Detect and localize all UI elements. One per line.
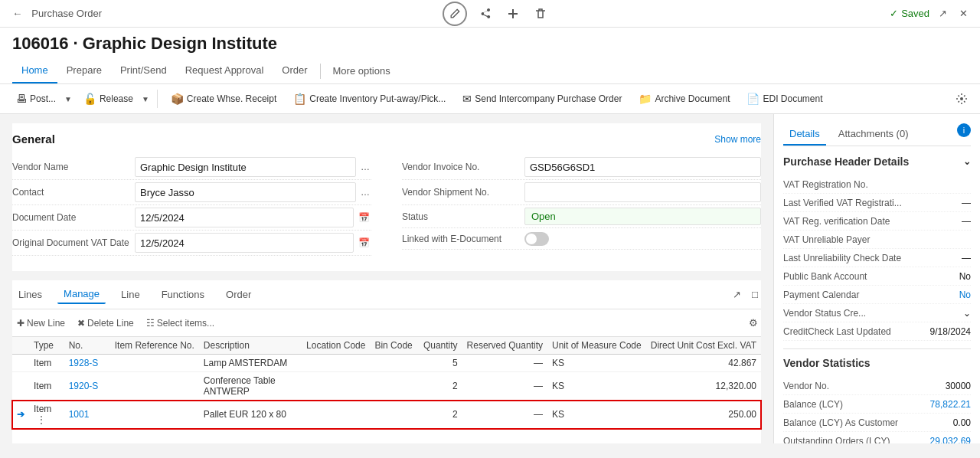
post-button[interactable]: 🖶 Post... [9, 89, 63, 109]
row2-uom[interactable]: KS [547, 372, 646, 401]
vendor-shipment-input[interactable] [524, 182, 761, 202]
row2-location[interactable] [302, 372, 370, 401]
row3-itemref[interactable] [110, 401, 199, 429]
tab-home[interactable]: Home [12, 58, 57, 83]
row3-uom[interactable]: KS [547, 401, 646, 429]
sidebar-label-6: Payment Calendar [783, 290, 859, 300]
expand-icon[interactable]: ↗ [936, 5, 950, 22]
original-doc-date-value: 📅 [135, 233, 371, 253]
row2-unitcost[interactable]: 12,320.00 [646, 372, 761, 401]
stat-value-1[interactable]: 78,822.21 [930, 399, 971, 410]
row2-type[interactable]: Item [29, 372, 64, 401]
edi-document-button[interactable]: 📄 EDI Document [740, 89, 829, 109]
sidebar-value-6[interactable]: No [959, 290, 971, 300]
row3-no[interactable]: 1001 [64, 401, 110, 429]
sidebar-field-7: Vendor Status Cre... ⌄ [783, 304, 971, 322]
toolbar-settings-icon[interactable] [952, 90, 971, 108]
release-caret[interactable]: ▼ [140, 92, 151, 106]
sidebar-label-3: VAT Unreliable Payer [783, 234, 870, 245]
send-intercompany-button[interactable]: ✉ Send Intercompany Purchase Order [456, 89, 629, 109]
lines-fullscreen-icon[interactable]: □ [749, 286, 761, 303]
row1-qty[interactable]: 5 [417, 355, 462, 372]
row1-reserved[interactable]: — [462, 355, 547, 372]
lines-settings-icon[interactable]: ⚙ [746, 314, 761, 332]
row3-menu-icon[interactable]: ⋮ [37, 414, 46, 425]
row1-unitcost[interactable]: 42.867 [646, 355, 761, 372]
tab-manage[interactable]: Manage [57, 285, 106, 304]
tab-moreoptions[interactable]: More options [324, 59, 400, 83]
tab-printsend[interactable]: Print/Send [111, 58, 176, 83]
tab-requestapproval[interactable]: Request Approval [176, 58, 273, 83]
sidebar-value-7[interactable]: ⌄ [963, 308, 971, 319]
row3-reserved[interactable]: — [462, 401, 547, 429]
row2-desc[interactable]: Conference Table ANTWERP [199, 372, 302, 401]
row2-itemref[interactable] [110, 372, 199, 401]
new-line-button[interactable]: ✚ New Line [12, 316, 70, 331]
row3-bin[interactable] [370, 401, 416, 429]
sidebar-tab-details[interactable]: Details [783, 123, 826, 146]
document-date-cal[interactable]: 📅 [357, 211, 371, 224]
stat-value-3[interactable]: 29,032.69 [930, 436, 971, 444]
col-qty-header: Quantity [417, 337, 462, 355]
select-items-button[interactable]: ☷ Select items... [142, 316, 219, 331]
chevron-down-icon[interactable]: ⌄ [963, 156, 971, 167]
create-whse-receipt-button[interactable]: 📦 Create Whse. Receipt [164, 89, 283, 109]
row2-reserved[interactable]: — [462, 372, 547, 401]
delete-icon[interactable] [531, 5, 550, 23]
row1-bin[interactable] [370, 355, 416, 372]
row1-uom[interactable]: KS [547, 355, 646, 372]
row2-no[interactable]: 1920-S [64, 372, 110, 401]
back-button[interactable]: ← [9, 5, 25, 22]
row2-qty[interactable]: 2 [417, 372, 462, 401]
release-button[interactable]: 🔓 Release [77, 89, 140, 109]
create-inventory-button[interactable]: 📋 Create Inventory Put-away/Pick... [286, 89, 452, 109]
vendor-name-input[interactable] [135, 157, 356, 177]
edit-icon[interactable] [443, 2, 467, 26]
close-icon[interactable]: ✕ [956, 5, 971, 22]
col-type-header: Type [29, 337, 64, 355]
toolbar: 🖶 Post... ▼ 🔓 Release ▼ 📦 Create Whse. R… [0, 84, 980, 114]
show-more-button[interactable]: Show more [714, 134, 761, 145]
row1-itemref[interactable] [110, 355, 199, 372]
row3-qty[interactable]: 2 [417, 401, 462, 429]
vendor-name-row: Vendor Name … [12, 155, 371, 180]
contact-value: … [135, 182, 371, 202]
add-icon[interactable] [504, 5, 522, 23]
row2-bin[interactable] [370, 372, 416, 401]
vendor-invoice-input[interactable] [524, 157, 761, 177]
original-doc-date-cal[interactable]: 📅 [357, 236, 371, 250]
tab-prepare[interactable]: Prepare [57, 58, 111, 83]
col-no-header: No. [64, 337, 110, 355]
share-icon[interactable] [476, 5, 495, 23]
stat-label-3: Outstanding Orders (LCY) [783, 436, 890, 444]
tab-lines[interactable]: Lines [12, 286, 48, 303]
row1-type[interactable]: Item [29, 355, 64, 372]
row3-unitcost[interactable]: 250.00 [646, 401, 761, 429]
tb-sep-1 [157, 90, 158, 108]
row1-location[interactable] [302, 355, 370, 372]
contact-input[interactable] [135, 182, 356, 202]
row3-desc[interactable]: Pallet EUR 120 x 80 [199, 401, 302, 429]
info-icon[interactable]: i [957, 123, 971, 137]
row1-no[interactable]: 1928-S [64, 355, 110, 372]
row1-desc[interactable]: Lamp AMSTERDAM [199, 355, 302, 372]
svg-point-0 [960, 97, 963, 100]
original-doc-date-input[interactable] [135, 233, 354, 253]
tab-order[interactable]: Order [273, 58, 316, 83]
delete-line-button[interactable]: ✖ Delete Line [73, 316, 139, 331]
vendor-name-btn[interactable]: … [359, 160, 371, 174]
lines-expand-icon[interactable]: ↗ [730, 286, 744, 303]
tab-functions[interactable]: Functions [155, 286, 211, 303]
document-date-input[interactable] [135, 208, 354, 227]
lines-header-actions: ↗ □ [730, 286, 761, 303]
form-grid: Vendor Name … Contact … [12, 155, 761, 256]
tab-order-lines[interactable]: Order [220, 286, 257, 303]
row3-type[interactable]: Item ⋮ [29, 401, 64, 429]
sidebar-tab-attachments[interactable]: Attachments (0) [832, 123, 915, 146]
archive-document-button[interactable]: 📁 Archive Document [632, 89, 737, 109]
row3-location[interactable] [302, 401, 370, 429]
post-caret[interactable]: ▼ [63, 92, 74, 106]
linked-edoc-toggle[interactable] [524, 232, 549, 246]
tab-line[interactable]: Line [115, 286, 146, 303]
contact-btn[interactable]: … [359, 185, 371, 199]
